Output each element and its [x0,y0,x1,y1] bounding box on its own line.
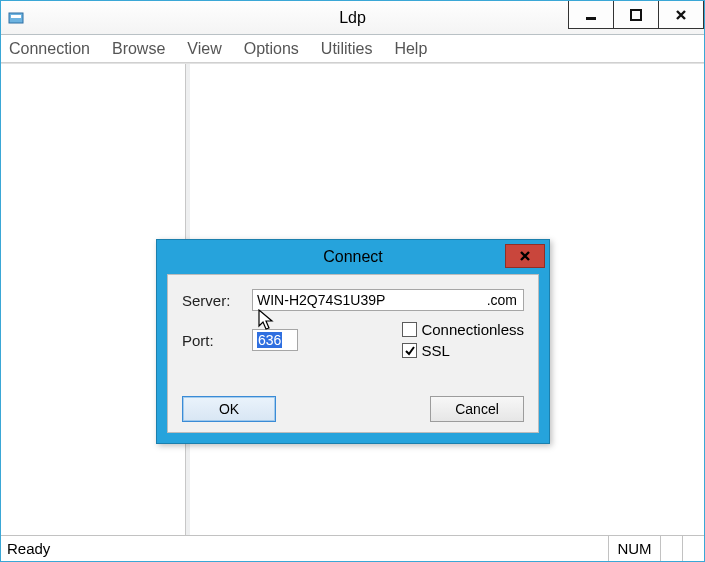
close-button[interactable] [658,1,704,29]
connectionless-checkbox[interactable]: Connectionless [402,321,524,338]
port-input[interactable]: 636 [252,329,298,351]
status-spacer [682,536,704,561]
svg-rect-1 [11,15,21,18]
title-bar: Ldp [1,1,704,35]
dialog-caption-bar: Connect [157,240,549,274]
connectionless-label: Connectionless [421,321,524,338]
dialog-title: Connect [323,248,383,266]
checkbox-icon [402,322,417,337]
menu-bar: Connection Browse View Options Utilities… [1,35,704,63]
minimize-button[interactable] [568,1,614,29]
status-spacer [660,536,682,561]
connect-dialog: Connect Server: .com Port: 636 [156,239,550,444]
app-icon [7,9,25,27]
menu-help[interactable]: Help [394,40,427,58]
status-bar: Ready NUM [1,535,704,561]
cancel-button[interactable]: Cancel [430,396,524,422]
checkbox-icon [402,343,417,358]
dialog-body: Server: .com Port: 636 Connectionless [167,274,539,433]
server-input[interactable] [252,289,486,311]
checkbox-group: Connectionless SSL [402,321,524,359]
menu-options[interactable]: Options [244,40,299,58]
server-label: Server: [182,292,252,309]
menu-utilities[interactable]: Utilities [321,40,373,58]
ssl-checkbox[interactable]: SSL [402,342,524,359]
dialog-close-button[interactable] [505,244,545,268]
client-area: Connect Server: .com Port: 636 [1,63,704,535]
window-controls [569,1,704,35]
server-suffix: .com [485,289,524,311]
maximize-button[interactable] [613,1,659,29]
status-num: NUM [608,536,660,561]
server-row: Server: .com [182,289,524,311]
port-label: Port: [182,332,252,349]
menu-browse[interactable]: Browse [112,40,165,58]
ssl-label: SSL [421,342,449,359]
menu-view[interactable]: View [187,40,221,58]
port-row: Port: 636 Connectionless SSL [182,321,524,359]
status-ready: Ready [1,540,608,557]
dialog-button-row: OK Cancel [182,396,524,422]
ok-button[interactable]: OK [182,396,276,422]
menu-connection[interactable]: Connection [9,40,90,58]
port-value: 636 [257,332,282,348]
svg-rect-3 [631,10,641,20]
svg-rect-2 [586,17,596,20]
main-window: Ldp Connection Browse View Options Utili… [0,0,705,562]
